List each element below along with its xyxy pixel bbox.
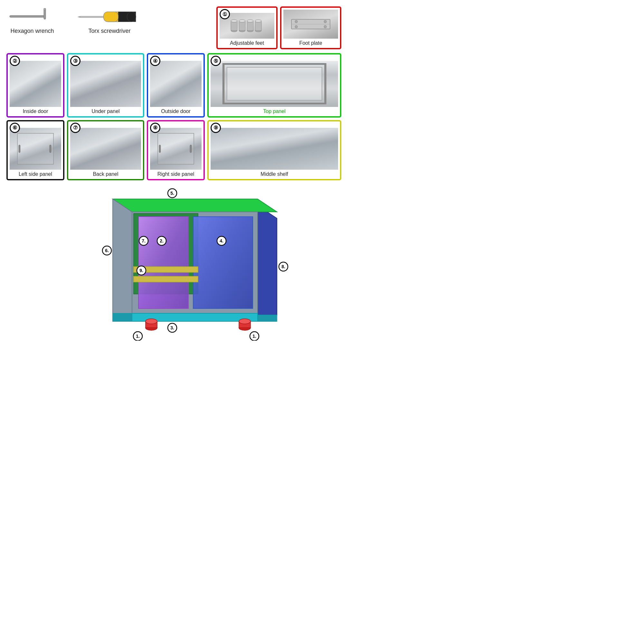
torx-screwdriver-item: Torx screwdriver bbox=[77, 8, 142, 34]
svg-marker-37 bbox=[113, 199, 132, 321]
top-panel-label: Top panel bbox=[211, 109, 338, 114]
inside-door-box: ② Inside door bbox=[6, 53, 64, 118]
middle-shelf-label: Middle shelf bbox=[211, 171, 338, 177]
part-number-7: ⑦ bbox=[70, 123, 81, 133]
right-panel-detail bbox=[155, 132, 196, 166]
parts-row-2: ⑥ Left side panel ⑦ Back panel ⑧ bbox=[6, 120, 341, 180]
part-number-4: ④ bbox=[150, 56, 160, 66]
left-side-panel-box: ⑥ Left side panel bbox=[6, 120, 64, 180]
hexagon-wrench-icon bbox=[6, 6, 58, 26]
parts-row-1: ② Inside door ③ Under panel ④ Outside do… bbox=[6, 53, 341, 118]
adjustable-feet-label: Adjustable feet bbox=[220, 40, 274, 46]
outside-door-label: Outside door bbox=[150, 109, 202, 114]
svg-marker-36 bbox=[113, 199, 277, 212]
back-panel-label: Back panel bbox=[70, 171, 141, 177]
svg-text:5.: 5. bbox=[170, 191, 174, 196]
svg-rect-33 bbox=[159, 145, 161, 153]
svg-point-53 bbox=[239, 319, 251, 324]
foot-plate-icon bbox=[290, 14, 332, 34]
under-panel-label: Under panel bbox=[70, 109, 141, 114]
svg-rect-31 bbox=[50, 145, 51, 153]
right-side-panel-label: Right side panel bbox=[150, 171, 202, 177]
right-side-panel-box: ⑧ Right side panel bbox=[147, 120, 205, 180]
foot-plate-box: Foot plate bbox=[280, 6, 341, 49]
part-number-1: ① bbox=[220, 9, 230, 19]
top-panel-frame bbox=[217, 63, 332, 104]
middle-shelf-box: ⑨ Middle shelf bbox=[207, 120, 341, 180]
left-side-panel-label: Left side panel bbox=[10, 171, 61, 177]
svg-marker-2 bbox=[44, 8, 46, 10]
svg-rect-6 bbox=[80, 16, 104, 18]
svg-rect-0 bbox=[10, 15, 45, 17]
svg-marker-35 bbox=[258, 205, 277, 315]
cabinet-wrapper: 5. 6. 7. 2. 4. 8. 9. bbox=[58, 186, 290, 341]
svg-point-26 bbox=[324, 25, 327, 28]
part-number-8: ⑧ bbox=[150, 123, 160, 133]
adjustable-feet-box: ① bbox=[216, 6, 278, 49]
svg-point-17 bbox=[247, 20, 253, 22]
svg-text:2.: 2. bbox=[160, 238, 164, 243]
svg-text:8.: 8. bbox=[281, 264, 285, 269]
svg-point-20 bbox=[255, 20, 261, 22]
svg-rect-44 bbox=[138, 217, 188, 308]
feet-icon bbox=[228, 16, 266, 35]
svg-rect-29 bbox=[17, 133, 53, 164]
svg-rect-30 bbox=[19, 145, 20, 153]
svg-text:7.: 7. bbox=[142, 238, 146, 243]
cabinet-svg: 5. 6. 7. 2. 4. 8. 9. bbox=[58, 186, 290, 341]
svg-text:4.: 4. bbox=[220, 238, 223, 243]
foot-plate-label: Foot plate bbox=[283, 40, 338, 46]
torx-screwdriver-icon bbox=[77, 8, 142, 26]
svg-point-11 bbox=[231, 20, 237, 22]
torx-screwdriver-label: Torx screwdriver bbox=[88, 28, 130, 34]
hexagon-wrench-item: Hexagon wrench bbox=[6, 6, 58, 34]
cabinet-diagram-section: 5. 6. 7. 2. 4. 8. 9. bbox=[6, 183, 341, 344]
part-number-6: ⑥ bbox=[10, 123, 20, 133]
back-panel-box: ⑦ Back panel bbox=[67, 120, 144, 180]
svg-text:6.: 6. bbox=[105, 248, 109, 253]
svg-rect-28 bbox=[227, 67, 322, 100]
outside-door-box: ④ Outside door bbox=[147, 53, 205, 118]
svg-marker-41 bbox=[113, 313, 132, 321]
svg-text:1.: 1. bbox=[136, 334, 140, 339]
svg-text:3.: 3. bbox=[170, 325, 174, 330]
svg-text:1.: 1. bbox=[252, 334, 256, 339]
part-number-2: ② bbox=[10, 56, 20, 66]
part-number-9: ⑨ bbox=[211, 123, 221, 133]
svg-rect-8 bbox=[104, 12, 118, 22]
left-panel-detail bbox=[15, 132, 56, 166]
svg-text:9.: 9. bbox=[139, 268, 143, 273]
svg-point-23 bbox=[295, 20, 298, 23]
svg-point-24 bbox=[324, 20, 327, 23]
under-panel-box: ③ Under panel bbox=[67, 53, 144, 118]
hexagon-wrench-label: Hexagon wrench bbox=[10, 28, 54, 34]
svg-rect-46 bbox=[134, 276, 198, 282]
svg-rect-32 bbox=[158, 133, 194, 164]
svg-rect-34 bbox=[190, 145, 192, 153]
svg-rect-45 bbox=[193, 217, 253, 308]
svg-point-14 bbox=[239, 20, 245, 22]
part-number-5: ⑤ bbox=[211, 56, 221, 66]
svg-point-25 bbox=[295, 25, 298, 28]
svg-point-50 bbox=[146, 319, 157, 324]
svg-marker-7 bbox=[78, 16, 80, 18]
svg-rect-5 bbox=[127, 12, 136, 22]
svg-marker-42 bbox=[258, 315, 277, 321]
inside-door-label: Inside door bbox=[10, 109, 61, 114]
top-panel-box: ⑤ Top panel bbox=[207, 53, 341, 118]
part-number-3: ③ bbox=[70, 56, 81, 66]
small-parts-group: ① bbox=[216, 6, 341, 49]
